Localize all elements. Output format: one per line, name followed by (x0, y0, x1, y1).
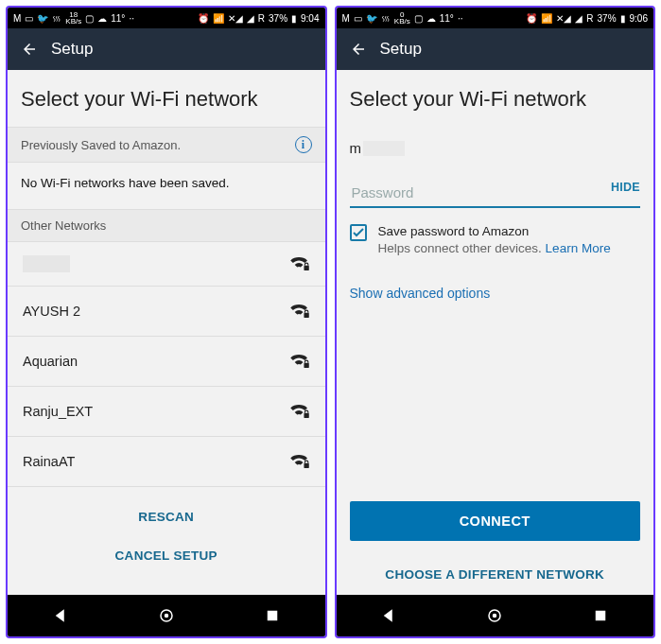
network-name-redacted (23, 255, 70, 272)
save-password-checkbox[interactable] (350, 224, 367, 241)
info-icon[interactable]: i (295, 136, 312, 153)
status-bar: M ▭ 🐦 ᯾ 18KB/s ▢ ☁ 11° ·· ⏰ 📶 ✕◢ ◢ R 37%… (8, 8, 325, 28)
svg-rect-0 (304, 266, 308, 270)
temperature: 11° (440, 13, 454, 24)
app-bar-title: Setup (51, 40, 93, 59)
image-icon: ▢ (414, 13, 423, 24)
no-signal-icon: ✕◢ (556, 13, 571, 24)
ssid-prefix: m (350, 140, 362, 156)
save-password-text: Save password to Amazon Helps connect ot… (378, 223, 611, 257)
data-speed: 0KB/s (394, 11, 410, 25)
nav-home-icon[interactable] (486, 607, 503, 624)
cloud-icon: ☁ (426, 13, 436, 24)
nav-back-icon[interactable] (52, 607, 69, 624)
temperature: 11° (111, 13, 125, 24)
gmail-icon: M (342, 13, 350, 24)
messenger-icon: ▭ (25, 13, 33, 24)
more-icon: ·· (129, 13, 134, 24)
wifi-lock-icon (289, 256, 310, 271)
section-saved-label: Previously Saved to Amazon. (21, 138, 181, 152)
back-icon[interactable] (350, 41, 367, 58)
rescan-button[interactable]: RESCAN (129, 500, 203, 533)
advanced-options-link[interactable]: Show advanced options (337, 257, 654, 301)
choose-different-button[interactable]: CHOOSE A DIFFERENT NETWORK (375, 558, 614, 591)
twitter-icon: 🐦 (366, 13, 377, 24)
android-navbar (337, 595, 654, 636)
alarm-icon: ⏰ (526, 13, 537, 24)
network-name: RainaAT (23, 454, 75, 469)
learn-more-link[interactable]: Learn More (546, 241, 611, 255)
nav-back-icon[interactable] (380, 607, 397, 624)
cloud-icon: ☁ (97, 13, 107, 24)
ssid-row: m (337, 127, 654, 165)
right-screen: M ▭ 🐦 ᯾ 0KB/s ▢ ☁ 11° ·· ⏰ 📶 ✕◢ ◢ R 37% … (335, 6, 656, 638)
left-screen: M ▭ 🐦 ᯾ 18KB/s ▢ ☁ 11° ·· ⏰ 📶 ✕◢ ◢ R 37%… (6, 6, 327, 638)
mustache-icon: ᯾ (52, 13, 61, 24)
battery-percent: 37% (598, 13, 617, 24)
svg-rect-1 (304, 313, 308, 318)
wifi-lock-icon (289, 404, 310, 419)
content-area: Select your Wi-Fi network m HIDE Save pa… (337, 70, 654, 595)
save-password-help: Helps connect other devices. (378, 241, 546, 255)
wifi-lock-icon (289, 304, 310, 319)
page-title: Select your Wi-Fi network (337, 70, 654, 127)
network-row[interactable]: Ranju_EXT (8, 387, 325, 437)
wifi-lock-icon (289, 454, 310, 469)
app-bar-title: Setup (380, 40, 422, 59)
battery-percent: 37% (269, 13, 287, 24)
clock: 9:06 (630, 13, 648, 24)
signal-icon: ◢ (575, 13, 583, 24)
android-navbar (8, 595, 325, 636)
wifi-lock-icon (289, 354, 310, 369)
app-bar: Setup (8, 28, 325, 70)
save-password-label: Save password to Amazon (378, 224, 530, 238)
alarm-icon: ⏰ (198, 13, 209, 24)
more-icon: ·· (458, 13, 463, 24)
svg-point-9 (493, 614, 497, 618)
svg-point-6 (164, 614, 168, 618)
svg-rect-4 (304, 463, 308, 468)
page-title: Select your Wi-Fi network (8, 70, 325, 127)
section-other-label: Other Networks (21, 218, 106, 233)
content-area: Select your Wi-Fi network Previously Sav… (8, 70, 325, 595)
network-name: Aquarian (23, 354, 78, 369)
roaming-indicator: R (258, 13, 265, 24)
signal-icon: ◢ (247, 13, 254, 24)
mustache-icon: ᯾ (381, 13, 391, 24)
network-row[interactable]: AYUSH 2 (8, 287, 325, 337)
clock: 9:04 (301, 13, 319, 24)
twitter-icon: 🐦 (37, 13, 48, 24)
network-name: Ranju_EXT (23, 404, 93, 419)
battery-icon: ▮ (291, 13, 297, 24)
connect-button[interactable]: CONNECT (350, 501, 641, 541)
nav-recent-icon[interactable] (264, 607, 281, 624)
network-row[interactable] (8, 242, 325, 287)
wifi-icon: 📶 (213, 13, 224, 24)
svg-rect-7 (267, 611, 277, 621)
network-name: AYUSH 2 (23, 304, 80, 319)
network-list: AYUSH 2 Aquarian Ranju_EXT RainaAT (8, 242, 325, 487)
network-row[interactable]: Aquarian (8, 337, 325, 387)
back-icon[interactable] (21, 41, 38, 58)
nav-home-icon[interactable] (158, 607, 175, 624)
section-saved-header: Previously Saved to Amazon. i (8, 127, 325, 163)
password-input[interactable] (350, 179, 641, 208)
messenger-icon: ▭ (354, 13, 362, 24)
hide-button[interactable]: HIDE (611, 181, 640, 194)
cancel-setup-button[interactable]: CANCEL SETUP (106, 539, 227, 572)
network-row[interactable]: RainaAT (8, 437, 325, 487)
svg-rect-10 (596, 611, 606, 621)
status-bar: M ▭ 🐦 ᯾ 0KB/s ▢ ☁ 11° ·· ⏰ 📶 ✕◢ ◢ R 37% … (337, 8, 654, 28)
ssid-redacted (363, 141, 405, 156)
roaming-indicator: R (586, 13, 593, 24)
empty-saved-message: No Wi-Fi networks have been saved. (8, 163, 325, 209)
gmail-icon: M (13, 13, 21, 24)
wifi-icon: 📶 (541, 13, 552, 24)
image-icon: ▢ (85, 13, 94, 24)
section-other-header: Other Networks (8, 209, 325, 242)
app-bar: Setup (337, 28, 654, 70)
svg-rect-3 (304, 413, 308, 418)
svg-rect-2 (304, 363, 308, 368)
nav-recent-icon[interactable] (592, 607, 609, 624)
no-signal-icon: ✕◢ (228, 13, 243, 24)
